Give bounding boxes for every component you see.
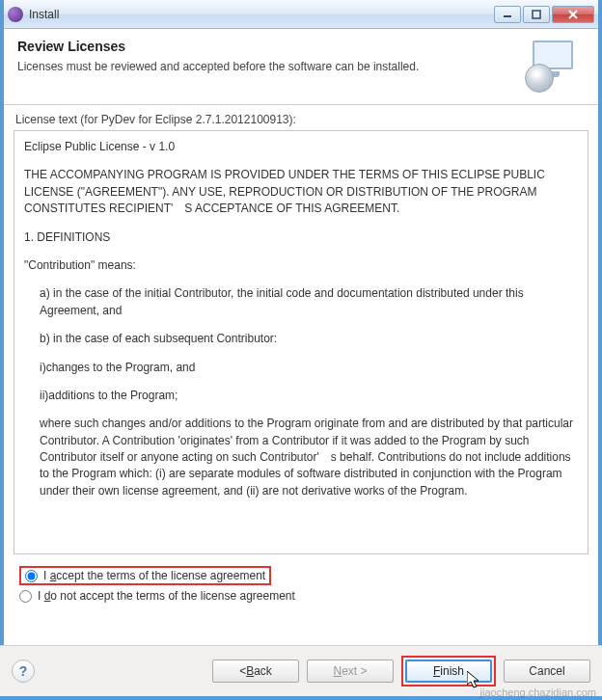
license-def-i: i)changes to the Program, and [24,360,578,376]
close-button[interactable] [552,6,594,23]
license-group-label: License text (for PyDev for Eclipse 2.7.… [15,113,588,126]
finish-highlight: Finish [401,656,496,687]
license-title: Eclipse Public License - v 1.0 [24,139,578,155]
license-def-a: a) in the case of the initial Contributo… [24,285,578,319]
next-button: Next > [307,660,394,683]
window-controls [494,6,594,23]
wizard-header: Review Licenses Licenses must be reviewe… [4,29,598,105]
license-originates: where such changes and/or additions to t… [24,416,578,499]
svg-rect-1 [533,11,540,18]
reject-radio[interactable] [19,590,32,603]
license-text-box[interactable]: Eclipse Public License - v 1.0 THE ACCOM… [14,130,588,554]
reject-radio-row[interactable]: I do not accept the terms of the license… [17,587,585,605]
license-definitions-heading: 1. DEFINITIONS [24,229,578,246]
finish-button[interactable]: Finish [405,660,492,683]
page-subtitle: Licenses must be reviewed and accepted b… [17,60,513,73]
maximize-button[interactable] [523,6,550,23]
minimize-button[interactable] [494,6,521,23]
license-radio-group: I accept the terms of the license agreem… [14,562,588,606]
app-icon [8,7,23,22]
page-title: Review Licenses [17,39,513,54]
titlebar: Install [4,0,598,29]
svg-marker-4 [467,671,479,687]
cancel-button[interactable]: Cancel [504,660,590,683]
install-icon [523,39,585,93]
license-def-ii: ii)additions to the Program; [24,388,578,404]
accept-radio-row[interactable]: I accept the terms of the license agreem… [17,564,585,587]
license-def-b: b) in the case of each subsequent Contri… [24,331,578,347]
reject-label: I do not accept the terms of the license… [38,589,295,603]
accept-label: I accept the terms of the license agreem… [43,569,265,582]
license-terms: THE ACCOMPANYING PROGRAM IS PROVIDED UND… [24,167,578,217]
content-area: License text (for PyDev for Eclipse 2.7.… [4,105,598,606]
window-title: Install [29,8,494,21]
help-button[interactable]: ? [12,660,35,683]
back-button[interactable]: < Back [212,660,299,683]
license-contribution-means: "Contribution" means: [24,257,578,274]
accept-radio[interactable] [25,570,38,582]
cursor-icon [467,671,482,690]
wizard-footer: ? < Back Next > Finish Cancel [0,645,602,696]
